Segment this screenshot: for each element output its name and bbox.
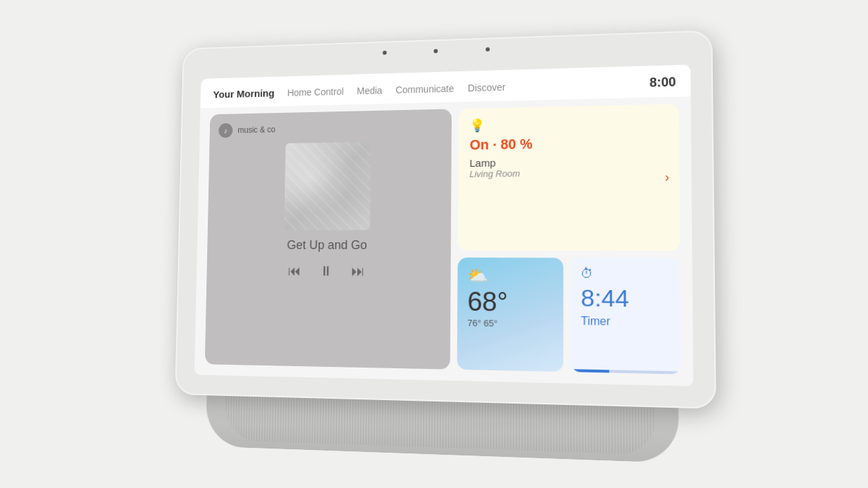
device-body: Your Morning Home Control Media Communic… [175,30,716,408]
timer-card[interactable]: ⏱ 8:44 Timer [570,257,681,374]
bottom-row: ⛅ 68° 76° 65° ⏱ 8:44 Timer [457,257,681,374]
nav-media[interactable]: Media [357,84,382,96]
song-title: Get Up and Go [216,238,441,253]
screen: Your Morning Home Control Media Communic… [194,64,693,386]
music-provider-icon: ♪ [218,123,233,137]
timer-label: Timer [581,314,670,328]
lamp-room: Living Room [469,166,667,179]
clock-display: 8:00 [649,75,675,90]
timer-clock-icon: ⏱ [581,266,670,281]
playback-controls: ⏮ ⏸ ⏭ [215,262,441,279]
timer-progress-fill [570,369,608,372]
content-area: ♪ music & co Get Up and Go ⏮ ⏸ [194,96,693,386]
weather-range: 76° 65° [467,317,553,329]
camera-dot-left [382,51,387,55]
lamp-card[interactable]: 💡 On · 80 % Lamp Living Room › [458,103,680,250]
music-provider-row: ♪ music & co [218,118,442,138]
right-panel: 💡 On · 80 % Lamp Living Room › ⛅ [457,103,681,374]
google-home-hub: Your Morning Home Control Media Communic… [161,29,732,464]
lamp-status: On · 80 % [469,134,667,153]
timer-progress-bar [570,369,680,374]
camera-dot-right [486,47,490,51]
timer-time: 8:44 [581,284,670,313]
nav-discover[interactable]: Discover [468,81,505,93]
camera-bar [382,47,490,55]
nav-your-morning[interactable]: Your Morning [213,87,274,100]
lamp-name: Lamp [469,154,667,168]
lamp-chevron-icon: › [664,169,669,184]
nav-home-control[interactable]: Home Control [287,85,344,97]
next-button[interactable]: ⏭ [351,263,365,279]
lamp-bulb-icon: 💡 [470,114,667,133]
play-pause-button[interactable]: ⏸ [319,263,333,279]
prev-button[interactable]: ⏮ [287,263,301,279]
nav-bar: Your Morning Home Control Media Communic… [200,64,691,108]
music-provider-label: music & co [238,125,276,134]
weather-icon: ⛅ [467,266,553,286]
music-card[interactable]: ♪ music & co Get Up and Go ⏮ ⏸ [204,109,452,369]
camera-dot-center [434,48,438,53]
album-art [284,141,371,230]
nav-communicate[interactable]: Communicate [395,82,454,95]
weather-card[interactable]: ⛅ 68° 76° 65° [457,257,563,372]
weather-temperature: 68° [467,288,553,316]
